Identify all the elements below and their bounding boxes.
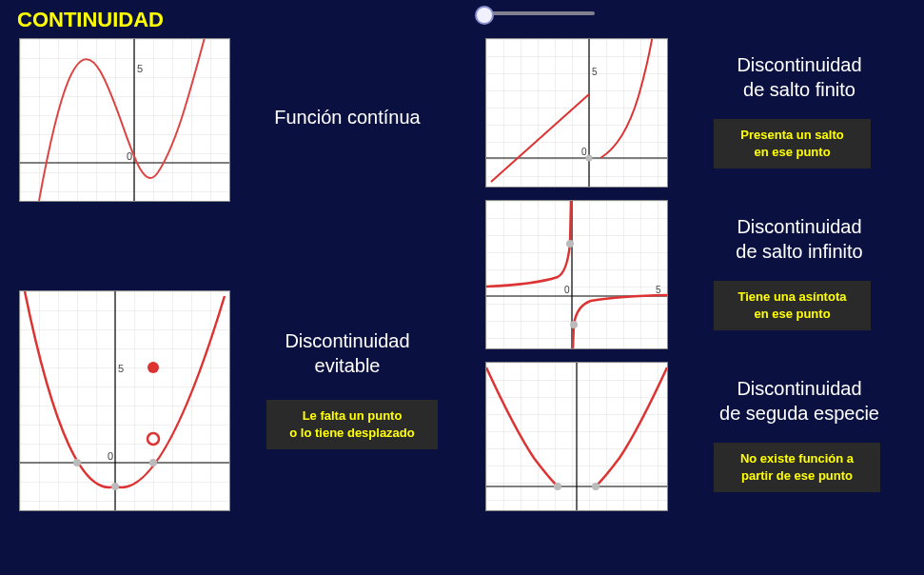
graph-removable: 0 5	[19, 290, 230, 511]
note-infinite-jump: Tiene una asíntotaen ese punto	[714, 281, 871, 330]
note-removable: Le falta un puntoo lo tiene desplazado	[266, 400, 438, 449]
graph-second-kind	[485, 362, 668, 511]
svg-text:0: 0	[564, 285, 570, 295]
label-second-kind: Discontinuidadde seguda especie	[685, 376, 914, 426]
svg-point-27	[570, 321, 578, 328]
svg-point-20	[586, 155, 593, 162]
svg-point-13	[111, 483, 119, 490]
svg-point-26	[566, 240, 574, 248]
svg-point-32	[592, 483, 600, 490]
label-removable: Discontinuidadevitable	[252, 328, 442, 378]
label-infinite-jump: Discontinuidadde salto infinito	[695, 214, 904, 264]
graph-continuous: 0 5	[19, 38, 230, 202]
graph-finite-jump: 0 5	[485, 38, 668, 188]
svg-point-12	[73, 459, 81, 466]
svg-text:5: 5	[137, 63, 143, 74]
svg-point-11	[147, 362, 159, 373]
svg-text:0: 0	[108, 450, 113, 462]
svg-point-31	[554, 483, 561, 490]
note-finite-jump: Presenta un saltoen ese punto	[714, 119, 871, 169]
svg-text:0: 0	[581, 147, 587, 157]
svg-rect-15	[486, 39, 667, 187]
label-finite-jump: Discontinuidadde salto finito	[695, 52, 904, 102]
svg-text:5: 5	[592, 67, 598, 77]
parameter-slider[interactable]	[481, 11, 595, 15]
page-title: CONTINUIDAD	[17, 8, 164, 32]
svg-text:5: 5	[656, 285, 661, 295]
label-continuous: Función contínua	[252, 105, 442, 129]
svg-text:5: 5	[118, 363, 124, 374]
svg-point-10	[147, 433, 159, 445]
note-second-kind: No existe función apartir de ese punto	[714, 443, 880, 492]
graph-infinite-jump: 0 5	[485, 200, 668, 349]
svg-point-14	[149, 459, 157, 466]
